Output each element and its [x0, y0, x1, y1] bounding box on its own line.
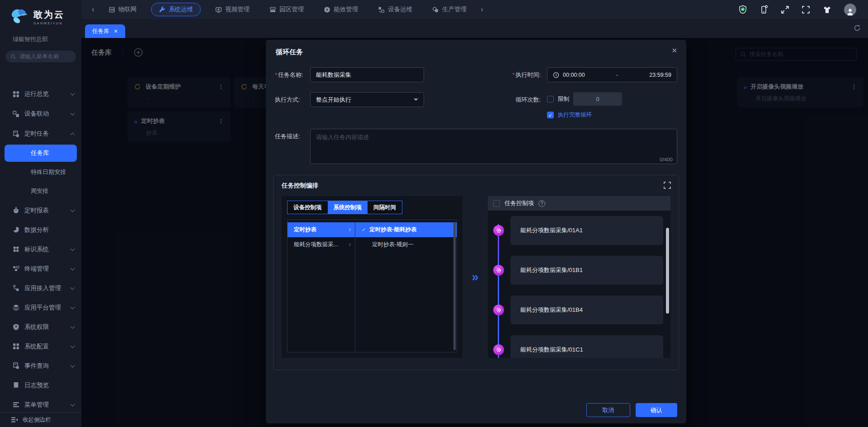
control-item-card[interactable]: 能耗分项数据采集/01C1: [510, 335, 663, 358]
tab-device-control[interactable]: 设备控制项: [288, 201, 328, 214]
nav-forward-icon[interactable]: ›: [476, 5, 487, 14]
chevron-down-icon: [71, 207, 75, 212]
description-textarea[interactable]: [310, 129, 677, 164]
close-icon[interactable]: ✕: [671, 47, 677, 55]
sidebar-item-permissions[interactable]: 系统权限: [0, 317, 81, 337]
refresh-icon[interactable]: [854, 24, 861, 32]
theme-shirt-icon[interactable]: [822, 5, 832, 14]
sidebar-subitem-special-date[interactable]: 特殊日期安排: [0, 163, 81, 182]
org-name: 绿能智控总部: [13, 35, 81, 43]
nav-item-label: 视频管理: [225, 5, 250, 14]
sidebar-subitem-week-plan[interactable]: 周安排: [0, 182, 81, 201]
limit-label: 限制: [558, 95, 569, 103]
screenshot-frame-icon[interactable]: [802, 5, 810, 14]
nav-back-icon[interactable]: ‹: [88, 5, 99, 14]
dashboard-icon: [13, 91, 19, 98]
fullscreen-icon[interactable]: [781, 5, 789, 14]
menu-manage-icon: [13, 401, 19, 408]
sidebar-item-data-analysis[interactable]: 数据分析: [0, 220, 81, 239]
event-search-icon: [13, 362, 19, 369]
menu-search-placeholder: 请输入菜单名称: [19, 53, 59, 61]
tab-system-control[interactable]: 系统控制项: [328, 201, 368, 214]
tab-interval-time[interactable]: 间隔时间: [368, 201, 402, 214]
fullscreen-frame-icon[interactable]: [663, 181, 671, 189]
control-item-card[interactable]: 能耗分项数据采集/01B4: [510, 296, 663, 324]
gear-icon: [493, 305, 504, 315]
sidebar-item-config[interactable]: 系统配置: [0, 337, 81, 356]
tab-close-icon[interactable]: ✕: [114, 28, 118, 34]
nav-item-system-ops[interactable]: 系统运维: [151, 3, 201, 16]
control-item-label: 能耗分项数据采集/01A1: [520, 226, 583, 235]
select-all-checkbox[interactable]: [493, 200, 500, 207]
exec-mode-select[interactable]: 整点开始执行: [310, 92, 424, 107]
chevron-down-icon: [71, 324, 75, 328]
cascader-subitem-rule-one[interactable]: 定时抄表-规则一: [355, 237, 457, 252]
sidebar-item-terminal[interactable]: 终端管理: [0, 259, 81, 278]
sidebar-item-app-access[interactable]: 应用接入管理: [0, 278, 81, 298]
tab-task-library[interactable]: 任务库 ✕: [85, 24, 125, 38]
scrollbar[interactable]: [453, 222, 456, 350]
sidebar-item-timed-report[interactable]: 定时报表: [0, 201, 81, 220]
control-tabs: 设备控制项 系统控制项 间隔时间: [287, 201, 402, 214]
butterfly-logo-icon: [10, 7, 30, 26]
chevron-down-icon: [71, 246, 75, 251]
cascader-item-timed-reading[interactable]: 定时抄表: [288, 222, 355, 237]
sidebar-item-label: 日志预览: [24, 381, 66, 389]
cascader-item-energy-data[interactable]: 能耗分项数据采...: [288, 237, 355, 252]
cascader-subitem-label: 定时抄表-能耗抄表: [369, 226, 416, 234]
nav-item-label: 生产管理: [442, 5, 467, 14]
confirm-button[interactable]: 确认: [636, 403, 677, 417]
task-name-input[interactable]: [310, 67, 424, 82]
sidebar-subitem-label: 任务库: [31, 149, 49, 157]
sidebar-item-app-platform[interactable]: 应用平台管理: [0, 298, 81, 317]
control-source-panel: 设备控制项 系统控制项 间隔时间 定时抄表 能耗分项数据采...: [282, 196, 462, 358]
sidebar-item-label: 事件查询: [24, 362, 66, 370]
sidebar-item-overview[interactable]: 运行总览: [0, 84, 81, 104]
sidebar-subitem-task-library-active[interactable]: 任务库: [5, 145, 77, 162]
limit-count-input[interactable]: [573, 92, 622, 106]
menu-search[interactable]: 请输入菜单名称: [5, 51, 76, 62]
main-content: 任务库 设备定期维护 ⋮ - 每天早上 ⋮ - » 定时抄表 ⋮ 抄表: [81, 38, 868, 427]
control-item: 能耗分项数据采集/01A1: [493, 216, 663, 245]
limit-checkbox[interactable]: [547, 96, 554, 103]
nav-item-campus[interactable]: 园区管理: [269, 5, 304, 14]
control-item-card[interactable]: 能耗分项数据采集/01A1: [510, 216, 663, 245]
cancel-button[interactable]: 取消: [586, 403, 630, 417]
control-item-label: 能耗分项数据采集/01B4: [520, 306, 583, 314]
sidebar-item-log-preview[interactable]: 日志预览: [0, 375, 81, 395]
help-icon[interactable]: ?: [538, 200, 545, 207]
video-icon: [215, 6, 222, 13]
mobile-icon[interactable]: [760, 5, 769, 14]
full-loop-checkbox[interactable]: ✓: [547, 112, 554, 118]
nav-item-production[interactable]: 生产管理: [432, 5, 467, 14]
top-nav-actions: [738, 4, 862, 16]
user-avatar[interactable]: [844, 4, 856, 16]
cascader-submenu: ✓ 定时抄表-能耗抄表 定时抄表-规则一: [355, 222, 457, 352]
task-name-label: *任务名称:: [275, 67, 310, 82]
sidebar-item-scheduled-task[interactable]: 定时任务: [0, 124, 81, 144]
sidebar-item-event-query[interactable]: 事件查询: [0, 356, 81, 375]
sidebar-item-menu-manage[interactable]: 菜单管理: [0, 395, 81, 412]
sidebar-subitem-label: 特殊日期安排: [31, 168, 66, 176]
collapse-sidebar-icon: [11, 417, 18, 423]
grid-icon: [13, 343, 19, 350]
shield-check-icon[interactable]: [738, 5, 747, 14]
scrollbar-thumb[interactable]: [666, 228, 669, 314]
chevron-down-icon: [71, 285, 75, 290]
sidebar-item-label: 终端管理: [24, 265, 66, 273]
sidebar-item-identity-system[interactable]: 标识系统: [0, 239, 81, 259]
transfer-arrow-icon[interactable]: »: [462, 196, 488, 358]
nav-item-energy[interactable]: 能效管理: [324, 5, 358, 14]
tab-bar: 任务库 ✕: [81, 19, 868, 38]
nav-item-device-ops[interactable]: 设备运维: [378, 5, 412, 14]
cascader-subitem-energy-reading[interactable]: ✓ 定时抄表-能耗抄表: [355, 222, 457, 237]
nav-item-iot[interactable]: 物联网: [108, 5, 137, 14]
control-item-card[interactable]: 能耗分项数据采集/01B1: [510, 256, 663, 285]
sidebar-item-label: 运行总览: [24, 90, 66, 98]
exec-time-end[interactable]: 23:59:59: [649, 72, 671, 78]
nav-item-video[interactable]: 视频管理: [215, 5, 250, 14]
sidebar-item-linkage[interactable]: 设备联动: [0, 104, 81, 124]
exec-time-range-picker[interactable]: 00:00:00 - 23:59:59: [547, 67, 677, 82]
collapse-sidebar-button[interactable]: 收起侧边栏: [0, 412, 81, 427]
exec-time-start[interactable]: 00:00:00: [563, 72, 585, 78]
